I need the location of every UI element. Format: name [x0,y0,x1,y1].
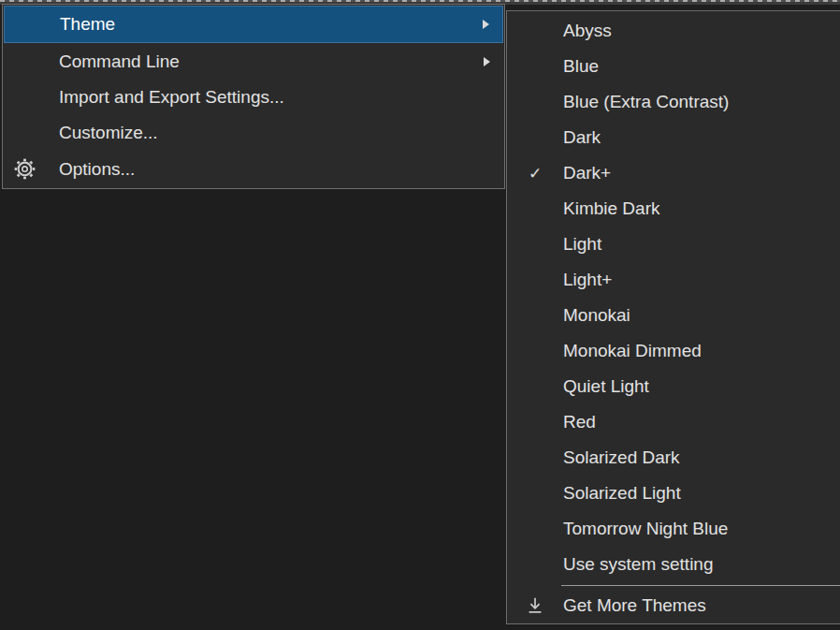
menu-item-label: Import and Export Settings... [45,87,503,108]
theme-item-quiet-light[interactable]: Quiet Light [507,369,840,404]
theme-item-dark[interactable]: Dark [507,120,840,155]
theme-item-label: Dark [563,127,840,148]
download-icon [507,595,563,616]
menu-item-command-line[interactable]: Command Line [4,43,503,79]
theme-item-abyss[interactable]: Abyss [507,13,840,49]
submenu-separator [561,585,840,586]
menu-item-theme[interactable]: Theme [4,6,503,43]
check-icon: ✓ [507,164,563,183]
submenu-arrow-icon [484,57,490,66]
tools-menu-screen: Theme Command Line Import and Export Set… [0,0,840,630]
theme-item-tomorrow-night-blue[interactable]: Tomorrow Night Blue [507,511,840,547]
theme-item-label: Blue (Extra Contrast) [563,92,840,112]
theme-item-label: Tomorrow Night Blue [563,519,840,539]
theme-item-dark-plus[interactable]: ✓ Dark+ [507,155,840,191]
theme-item-monokai-dimmed[interactable]: Monokai Dimmed [507,333,840,369]
submenu-arrow-icon [483,20,489,29]
menu-item-label: Options... [45,159,503,180]
theme-item-solarized-light[interactable]: Solarized Light [507,476,840,511]
theme-item-light[interactable]: Light [507,227,840,262]
menu-item-label: Get More Themes [563,595,840,616]
theme-item-label: Kimbie Dark [563,198,840,219]
theme-item-label: Monokai Dimmed [563,341,840,361]
theme-item-blue-extra-contrast[interactable]: Blue (Extra Contrast) [507,84,840,120]
theme-item-label: Light+ [563,270,840,290]
menu-item-options[interactable]: Options... [4,152,503,187]
menu-item-label: Command Line [45,51,484,72]
theme-item-use-system-setting[interactable]: Use system setting [507,547,840,582]
theme-item-monokai[interactable]: Monokai [507,298,840,333]
theme-item-red[interactable]: Red [507,404,840,440]
gear-icon [4,157,45,181]
menu-item-get-more-themes[interactable]: Get More Themes [507,588,840,623]
theme-item-label: Solarized Light [563,483,840,504]
tools-dropdown-menu: Theme Command Line Import and Export Set… [2,4,505,189]
theme-item-solarized-dark[interactable]: Solarized Dark [507,440,840,476]
menu-item-label: Theme [46,14,483,35]
theme-item-label: Quiet Light [563,376,840,397]
menu-item-import-export-settings[interactable]: Import and Export Settings... [4,80,503,115]
theme-item-blue[interactable]: Blue [507,49,840,84]
theme-item-label: Blue [563,56,840,77]
menu-item-label: Customize... [45,123,503,143]
theme-item-label: Dark+ [563,163,840,183]
theme-item-label: Monokai [563,305,840,326]
theme-item-kimbie-dark[interactable]: Kimbie Dark [507,191,840,227]
menu-item-customize[interactable]: Customize... [4,115,503,151]
theme-item-label: Red [563,412,840,432]
theme-item-light-plus[interactable]: Light+ [507,262,840,298]
theme-item-label: Use system setting [563,554,840,575]
theme-item-label: Abyss [563,21,840,41]
theme-submenu: Abyss Blue Blue (Extra Contrast) Dark ✓ … [506,10,840,624]
theme-item-label: Solarized Dark [563,447,840,468]
theme-item-label: Light [563,234,840,255]
